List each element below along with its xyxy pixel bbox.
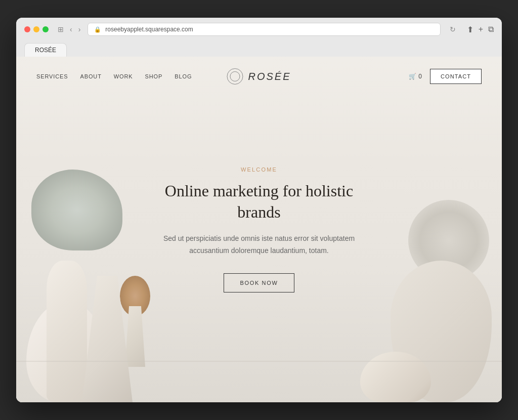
browser-chrome: ⊞ ‹ › 🔒 roseebyapplet.squarespace.com ↻ … (16, 18, 502, 57)
cart-button[interactable]: 🛒 0 (409, 73, 422, 80)
browser-tabs: ROSÉE (24, 41, 494, 57)
nav-left: SERVICES ABOUT WORK SHOP BLOG (36, 73, 192, 79)
tab-overview-button[interactable]: ⧉ (488, 25, 494, 34)
lock-icon: 🔒 (94, 26, 101, 33)
active-tab[interactable]: ROSÉE (24, 43, 67, 57)
share-button[interactable]: ⬆ (467, 25, 473, 34)
traffic-lights (24, 26, 49, 32)
hero-subtitle: Sed ut perspiciatis unde omnis iste natu… (163, 233, 355, 257)
cart-count: 0 (418, 73, 422, 80)
hero-content: WELCOME Online marketing for holistic br… (153, 156, 365, 303)
browser-controls: ⊞ ‹ › (57, 24, 81, 34)
close-button[interactable] (24, 26, 30, 32)
reload-control: ↻ (449, 24, 457, 34)
window-toggle-button[interactable]: ⊞ (57, 24, 65, 34)
forward-button[interactable]: › (77, 24, 82, 34)
website-content: SERVICES ABOUT WORK SHOP BLOG ROSÉE 🛒 0 … (16, 57, 502, 402)
logo-circle-icon (227, 68, 243, 85)
hero-title: Online marketing for holistic brands (163, 181, 355, 223)
nav-blog[interactable]: BLOG (175, 73, 192, 79)
book-now-button[interactable]: BOOK NOW (224, 273, 295, 292)
hero-section: WELCOME Online marketing for holistic br… (16, 57, 502, 402)
nav-about[interactable]: ABOUT (80, 73, 101, 79)
site-logo[interactable]: ROSÉE (227, 68, 291, 85)
url-text: roseebyapplet.squarespace.com (105, 26, 193, 33)
address-bar[interactable]: 🔒 roseebyapplet.squarespace.com (88, 23, 440, 36)
maximize-button[interactable] (42, 26, 49, 32)
back-button[interactable]: ‹ (69, 24, 73, 34)
nav-right: 🛒 0 CONTACT (409, 69, 482, 84)
cart-icon: 🛒 (409, 73, 416, 80)
nav-services[interactable]: SERVICES (36, 73, 68, 79)
main-navigation: SERVICES ABOUT WORK SHOP BLOG ROSÉE 🛒 0 … (16, 57, 502, 96)
contact-button[interactable]: CONTACT (430, 69, 482, 84)
reload-button[interactable]: ↻ (449, 24, 457, 34)
new-tab-button[interactable]: + (479, 25, 483, 34)
logo-text: ROSÉE (248, 71, 291, 82)
browser-actions: ⬆ + ⧉ (467, 25, 494, 34)
minimize-button[interactable] (33, 26, 39, 32)
nav-work[interactable]: WORK (114, 73, 133, 79)
nav-shop[interactable]: SHOP (145, 73, 163, 79)
welcome-label: WELCOME (163, 166, 355, 173)
browser-window: ⊞ ‹ › 🔒 roseebyapplet.squarespace.com ↻ … (16, 18, 502, 402)
